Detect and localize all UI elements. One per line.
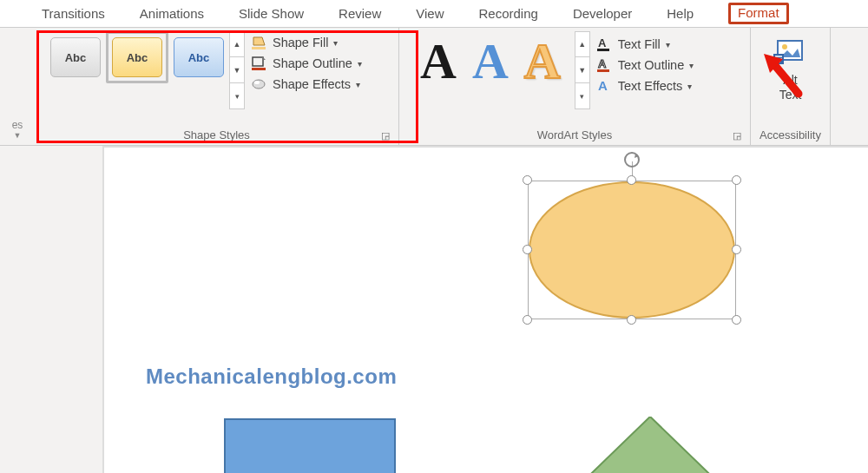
alt-text-label-1: Alt <box>779 73 802 88</box>
resize-handle-b[interactable] <box>627 315 636 325</box>
wordart-gallery[interactable]: A A A <box>406 31 569 87</box>
alt-text-button[interactable]: Alt Text <box>758 31 823 102</box>
tab-animations[interactable]: Animations <box>140 6 204 21</box>
chevron-down-icon: ▾ <box>666 40 670 49</box>
shape-effects-icon <box>250 76 267 92</box>
ribbon-tabs: Transitions Animations Slide Show Review… <box>0 0 868 28</box>
group-wordart-styles: A A A ▲ ▼ ▾ A Text Fill ▾ A <box>399 28 751 145</box>
text-fill-label: Text Fill <box>618 37 661 51</box>
svg-point-4 <box>254 81 260 84</box>
svg-text:A: A <box>598 36 607 49</box>
slide-canvas[interactable]: Mechanicalengblog.com <box>102 146 868 473</box>
dialog-launcher-icon[interactable]: ◲ <box>733 130 741 141</box>
resize-handle-bl[interactable] <box>523 315 532 325</box>
svg-rect-6 <box>597 49 609 51</box>
chevron-down-icon: ▾ <box>358 59 362 69</box>
tab-transitions[interactable]: Transitions <box>42 6 105 21</box>
chevron-down-icon: ▾ <box>356 80 360 89</box>
gallery-spinner: ▲ ▼ ▾ <box>229 31 245 109</box>
shape-style-thumb-2-selected[interactable]: Abc <box>106 31 168 83</box>
shape-styles-label-text: Shape Styles <box>183 128 250 141</box>
text-effects-icon: A <box>595 78 613 94</box>
truncated-label: es <box>0 119 35 131</box>
group-accessibility: Alt Text Accessibility <box>751 28 831 145</box>
triangle-shape[interactable] <box>516 417 785 473</box>
svg-point-3 <box>253 80 265 89</box>
tab-developer[interactable]: Developer <box>573 6 632 21</box>
svg-rect-2 <box>252 68 266 70</box>
wordart-more-button[interactable]: ▾ <box>575 83 590 109</box>
chevron-down-icon: ▾ <box>333 38 338 48</box>
resize-handle-r[interactable] <box>732 245 741 254</box>
svg-point-11 <box>782 44 787 49</box>
shape-style-thumb-2: Abc <box>112 37 162 77</box>
shape-outline-icon <box>250 56 267 71</box>
svg-point-13 <box>529 182 734 318</box>
wordart-group-label: WordArt Styles ◲ <box>406 127 743 145</box>
rotate-handle-icon[interactable] <box>623 151 641 171</box>
shape-fill-button[interactable]: Shape Fill ▾ <box>250 35 362 50</box>
tab-review[interactable]: Review <box>339 6 381 21</box>
text-outline-button[interactable]: A Text Outline ▾ <box>595 57 694 73</box>
shape-style-thumb-1[interactable]: Abc <box>50 37 101 77</box>
shape-style-thumb-3[interactable]: Abc <box>174 37 224 77</box>
text-effects-button[interactable]: A Text Effects ▾ <box>595 78 694 94</box>
alt-text-icon <box>773 38 808 68</box>
ellipse-shape-svg <box>528 181 736 319</box>
svg-rect-8 <box>597 69 609 72</box>
truncated-group[interactable]: es ▼ <box>0 28 35 145</box>
tab-format[interactable]: Format <box>738 5 779 24</box>
shape-outline-button[interactable]: Shape Outline ▾ <box>250 56 362 71</box>
svg-rect-0 <box>252 47 266 49</box>
chevron-down-icon: ▾ <box>687 82 692 91</box>
wordart-thumb-2[interactable]: A <box>472 36 509 87</box>
text-fill-button[interactable]: A Text Fill ▾ <box>595 36 694 52</box>
wordart-thumb-1[interactable]: A <box>420 36 457 87</box>
chevron-down-icon: ▼ <box>0 131 35 140</box>
wordart-down-button[interactable]: ▼ <box>575 57 590 83</box>
shape-effects-label: Shape Effects <box>273 77 351 91</box>
chevron-down-icon: ▾ <box>689 61 694 70</box>
ribbon: es ▼ Abc Abc Abc ▲ ▼ ▾ S <box>0 28 868 146</box>
alt-text-label-2: Text <box>779 88 802 102</box>
svg-text:A: A <box>598 57 607 70</box>
gallery-more-button[interactable]: ▾ <box>229 83 245 109</box>
gallery-down-button[interactable]: ▼ <box>229 57 245 83</box>
text-outline-icon: A <box>595 57 613 73</box>
resize-handle-tl[interactable] <box>523 175 532 185</box>
gallery-up-button[interactable]: ▲ <box>229 31 245 57</box>
shape-outline-label: Shape Outline <box>273 56 352 70</box>
tab-help[interactable]: Help <box>667 6 694 21</box>
shape-fill-icon <box>250 35 267 50</box>
watermark-text: Mechanicalengblog.com <box>146 365 397 389</box>
shape-effects-button[interactable]: Shape Effects ▾ <box>250 76 362 92</box>
tab-slideshow[interactable]: Slide Show <box>239 6 304 21</box>
wordart-gallery-spinner: ▲ ▼ ▾ <box>575 31 590 109</box>
wordart-up-button[interactable]: ▲ <box>575 31 590 57</box>
svg-text:A: A <box>598 78 608 93</box>
resize-handle-t[interactable] <box>627 175 636 185</box>
group-shape-styles: Abc Abc Abc ▲ ▼ ▾ Shape Fill ▾ <box>35 28 399 145</box>
resize-handle-l[interactable] <box>523 245 532 254</box>
wordart-thumb-3[interactable]: A <box>524 36 561 87</box>
svg-rect-1 <box>253 57 263 66</box>
rectangle-shape[interactable] <box>224 418 396 473</box>
dialog-launcher-icon[interactable]: ◲ <box>381 130 390 141</box>
text-outline-label: Text Outline <box>618 58 685 72</box>
tab-format-highlight: Format <box>728 3 789 24</box>
selected-ellipse-shape[interactable] <box>528 181 736 319</box>
tab-view[interactable]: View <box>416 6 444 21</box>
wordart-label-text: WordArt Styles <box>537 128 612 141</box>
shape-style-gallery[interactable]: Abc Abc Abc <box>42 31 224 83</box>
text-fill-icon: A <box>595 36 613 52</box>
text-effects-label: Text Effects <box>618 79 683 93</box>
tab-recording[interactable]: Recording <box>479 6 538 21</box>
resize-handle-tr[interactable] <box>732 175 741 185</box>
shape-styles-group-label: Shape Styles ◲ <box>42 127 391 145</box>
resize-handle-br[interactable] <box>732 315 741 325</box>
accessibility-group-label: Accessibility <box>758 127 823 145</box>
shape-fill-label: Shape Fill <box>273 36 328 49</box>
